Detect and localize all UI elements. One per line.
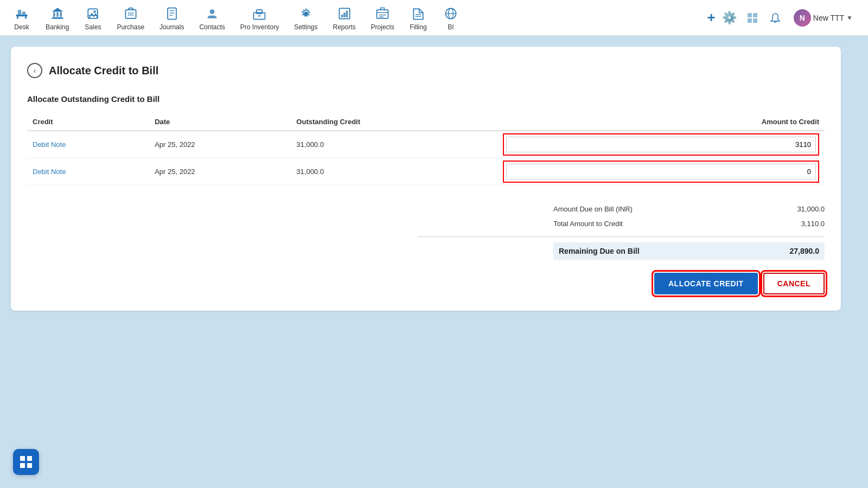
- nav-pro-inventory[interactable]: Pro Inventory: [233, 2, 286, 34]
- nav-purchase-label: Purchase: [117, 23, 144, 31]
- projects-icon: [374, 5, 391, 22]
- nav-settings-label: Settings: [294, 23, 317, 31]
- svg-rect-26: [341, 14, 343, 17]
- total-credit-value: 3,110.0: [781, 220, 825, 228]
- top-navigation: Desk Banking: [0, 0, 868, 36]
- nav-items: Desk Banking: [5, 2, 707, 34]
- nav-journals[interactable]: Journals: [152, 2, 192, 34]
- col-credit: Credit: [27, 113, 149, 131]
- svg-rect-4: [25, 16, 27, 18]
- main-content: ‹ Allocate Credit to Bill Allocate Outst…: [0, 36, 868, 488]
- bi-icon: [442, 5, 459, 22]
- amount-due-value: 31,000.0: [781, 205, 825, 213]
- svg-rect-43: [20, 463, 25, 468]
- nav-settings[interactable]: Settings: [286, 2, 325, 34]
- add-button[interactable]: +: [707, 9, 716, 26]
- cancel-button[interactable]: CANCEL: [763, 273, 825, 294]
- nav-banking[interactable]: Banking: [38, 2, 76, 34]
- total-credit-row: Total Amount to Credit 3,110.0: [553, 216, 825, 231]
- svg-rect-7: [56, 12, 59, 17]
- nav-bi[interactable]: BI: [435, 2, 467, 34]
- amount-input-wrapper-2: [503, 160, 819, 183]
- amount-cell-2: [497, 158, 825, 185]
- user-profile[interactable]: N New TTT ▼: [789, 7, 857, 29]
- allocate-credit-button[interactable]: ALLOCATE CREDIT: [654, 273, 758, 294]
- allocate-card: ‹ Allocate Credit to Bill Allocate Outst…: [11, 47, 841, 311]
- col-outstanding: Outstanding Credit: [291, 113, 497, 131]
- nav-projects-label: Projects: [371, 23, 394, 31]
- card-header: ‹ Allocate Credit to Bill: [27, 63, 825, 78]
- avatar: N: [794, 9, 811, 27]
- nav-contacts[interactable]: Contacts: [192, 2, 232, 34]
- float-grid-icon: [19, 455, 33, 469]
- date-1: Apr 25, 2022: [149, 131, 291, 158]
- amount-input-1[interactable]: [506, 137, 816, 152]
- pro-inventory-icon: [251, 5, 268, 22]
- remaining-row: Remaining Due on Bill 27,890.0: [553, 242, 825, 260]
- nav-sales[interactable]: Sales: [76, 2, 109, 34]
- svg-rect-37: [748, 13, 752, 17]
- svg-rect-6: [53, 12, 55, 17]
- table-row: Debit Note Apr 25, 2022 31,000.0: [27, 158, 825, 185]
- section-title: Allocate Outstanding Credit to Bill: [27, 94, 825, 104]
- nav-purchase[interactable]: Purchase: [109, 2, 152, 34]
- desk-icon: [13, 5, 30, 22]
- amount-due-row: Amount Due on Bill (INR) 31,000.0: [553, 202, 825, 216]
- amount-input-wrapper-1: [503, 133, 819, 156]
- nav-contacts-label: Contacts: [199, 23, 225, 31]
- outstanding-1: 31,000.0: [291, 131, 497, 158]
- svg-rect-2: [22, 11, 25, 14]
- page-title: Allocate Credit to Bill: [49, 65, 158, 77]
- banking-icon: [49, 5, 66, 22]
- summary-section: Amount Due on Bill (INR) 31,000.0 Total …: [27, 202, 825, 294]
- reports-icon: [336, 5, 353, 22]
- journals-icon: [163, 5, 181, 22]
- float-grid-button[interactable]: [13, 449, 39, 475]
- contacts-icon: [203, 5, 221, 22]
- table-row: Debit Note Apr 25, 2022 31,000.0: [27, 131, 825, 158]
- credit-link-1[interactable]: Debit Note: [27, 131, 149, 158]
- grid-icon[interactable]: [744, 9, 761, 27]
- svg-rect-9: [52, 17, 63, 19]
- amount-input-2[interactable]: [506, 164, 816, 179]
- nav-filling-label: Filling: [410, 23, 426, 31]
- user-name: New TTT: [813, 14, 844, 22]
- back-button[interactable]: ‹: [27, 63, 42, 78]
- nav-reports-label: Reports: [333, 23, 356, 31]
- date-2: Apr 25, 2022: [149, 158, 291, 185]
- nav-banking-label: Banking: [46, 23, 69, 31]
- nav-right-actions: + ⚙️ N New TTT ▼: [707, 7, 863, 29]
- nav-projects[interactable]: Projects: [363, 2, 402, 34]
- svg-rect-44: [27, 463, 32, 468]
- nav-bi-label: BI: [448, 23, 454, 31]
- svg-rect-3: [17, 16, 18, 18]
- summary-divider: [418, 236, 825, 237]
- svg-rect-8: [60, 12, 62, 17]
- table-header-row: Credit Date Outstanding Credit Amount to…: [27, 113, 825, 131]
- amount-due-label: Amount Due on Bill (INR): [553, 205, 749, 213]
- svg-rect-16: [168, 8, 176, 19]
- svg-rect-41: [20, 456, 25, 461]
- gear-icon[interactable]: ⚙️: [721, 9, 738, 27]
- nav-filling[interactable]: Filling: [402, 2, 435, 34]
- notification-icon[interactable]: [767, 9, 784, 27]
- filling-icon: [410, 5, 427, 22]
- chevron-down-icon: ▼: [846, 14, 853, 22]
- svg-rect-28: [346, 10, 348, 17]
- svg-rect-40: [753, 18, 757, 23]
- amount-cell-1: [497, 131, 825, 158]
- svg-rect-42: [27, 456, 32, 461]
- svg-rect-38: [753, 13, 757, 17]
- credit-table: Credit Date Outstanding Credit Amount to…: [27, 113, 825, 185]
- nav-desk[interactable]: Desk: [5, 2, 38, 34]
- svg-rect-27: [343, 12, 346, 17]
- svg-marker-5: [52, 8, 63, 11]
- svg-rect-1: [18, 10, 21, 15]
- remaining-label: Remaining Due on Bill: [559, 247, 743, 255]
- svg-point-20: [210, 9, 215, 14]
- svg-rect-39: [748, 18, 752, 23]
- total-credit-label: Total Amount to Credit: [553, 220, 749, 228]
- credit-link-2[interactable]: Debit Note: [27, 158, 149, 185]
- col-date: Date: [149, 113, 291, 131]
- nav-reports[interactable]: Reports: [326, 2, 363, 34]
